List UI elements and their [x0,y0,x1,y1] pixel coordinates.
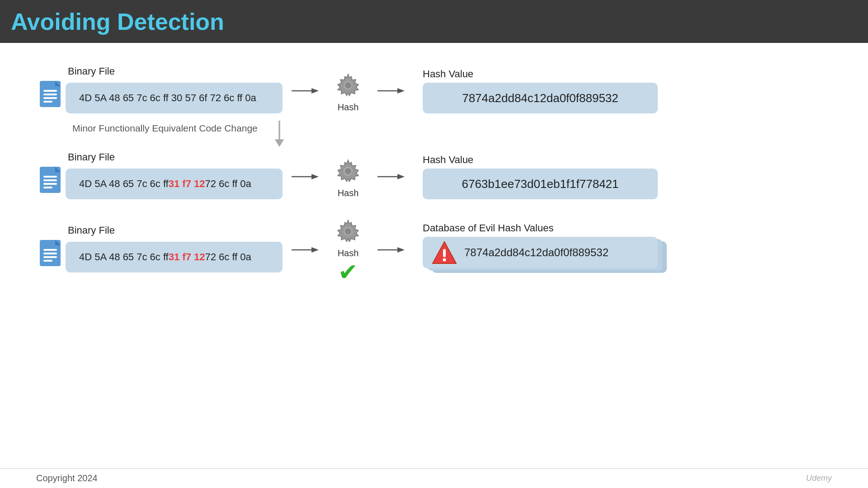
hex-prefix-2: 4D 5A 48 65 7c 6c ff [79,178,169,190]
hash-value-label-1: Hash Value [423,68,473,80]
hash-value-box-1: 7874a2dd84c12da0f0f889532 [423,83,658,113]
hex-prefix-3: 4D 5A 48 65 7c 6c ff [79,251,169,263]
diagram-row-1: Binary File 4D 5A 48 65 7c 6c ff 30 57 6… [36,66,832,116]
transition-section: Minor Functionally Equivalent Code Chang… [72,121,832,148]
svg-point-25 [345,168,351,174]
hex-red-3: 31 f7 12 [169,251,205,263]
svg-marker-27 [397,174,405,179]
hash-group-3: Hash ✔ [332,216,364,284]
file-label-2: Binary File [68,151,115,163]
db-stack: 7874a2dd84c12da0f0f889532 [423,237,667,277]
db-group: Database of Evil Hash Values 7874a2dd84c… [423,222,667,277]
gear-icon-2 [332,155,364,187]
hex-box-2: 4D 5A 48 65 7c 6c ff 31 f7 12 72 6c ff 0… [66,169,283,199]
svg-marker-12 [397,88,405,94]
hex-box-3: 4D 5A 48 65 7c 6c ff 31 f7 12 72 6c ff 0… [66,242,283,272]
transition-label: Minor Functionally Equivalent Code Chang… [72,121,258,134]
file-box-wrap-2: 4D 5A 48 65 7c 6c ff 31 f7 12 72 6c ff 0… [36,166,283,202]
svg-point-10 [345,82,351,89]
file-box-wrap-1: 4D 5A 48 65 7c 6c ff 30 57 6f 72 6c ff 0… [36,80,283,116]
svg-marker-22 [311,174,319,179]
hex-suffix-3: 72 6c ff 0a [205,251,251,263]
brand-logo: Udemy [806,474,832,483]
db-label: Database of Evil Hash Values [423,222,553,234]
svg-marker-35 [311,247,319,253]
svg-marker-7 [311,88,319,94]
svg-rect-3 [43,94,57,95]
svg-rect-31 [43,253,57,254]
file-group-2: Binary File 4D 5A 48 65 7c 6c ff 31 f7 1… [36,151,283,202]
file-label-1: Binary File [68,66,115,77]
page-title: Avoiding Detection [11,8,224,35]
checkmark-icon: ✔ [338,260,358,284]
svg-marker-14 [274,139,284,147]
svg-rect-30 [43,249,57,251]
diagram-row-2: Binary File 4D 5A 48 65 7c 6c ff 31 f7 1… [36,151,832,202]
hash-group-1: Hash [332,70,364,113]
copyright-text: Copyright 2024 [36,473,98,483]
file-group-3: Binary File 4D 5A 48 65 7c 6c ff 31 f7 1… [36,225,283,275]
file-group-1: Binary File 4D 5A 48 65 7c 6c ff 30 57 6… [36,66,283,116]
hash-group-2: Hash [332,155,364,198]
svg-rect-5 [43,101,52,103]
hash-value-group-2: Hash Value 6763b1ee73d01eb1f1f778421 [423,154,658,199]
hash-value-group-1: Hash Value 7874a2dd84c12da0f0f889532 [423,68,658,113]
svg-point-43 [443,258,446,261]
gear-icon-3 [332,216,364,247]
footer: Copyright 2024 Udemy [0,468,868,488]
hash-value-text-2: 6763b1ee73d01eb1f1f778421 [462,177,618,191]
hex-red-2: 31 f7 12 [169,178,205,190]
hash-label-3: Hash [338,248,359,258]
svg-rect-20 [43,187,52,188]
svg-rect-17 [43,176,57,178]
hash-label-1: Hash [338,102,359,113]
arrow-right-3 [292,244,319,255]
main-content: Binary File 4D 5A 48 65 7c 6c ff 30 57 6… [0,43,868,284]
svg-rect-42 [443,249,446,257]
svg-rect-19 [43,183,57,185]
hex-suffix-2: 72 6c ff 0a [205,178,251,190]
header: Avoiding Detection [0,0,868,43]
arrow-right-1 [292,85,319,96]
file-box-wrap-3: 4D 5A 48 65 7c 6c ff 31 f7 12 72 6c ff 0… [36,239,283,275]
hex-box-1: 4D 5A 48 65 7c 6c ff 30 57 6f 72 6c ff 0… [66,83,283,113]
hex-text-1: 4D 5A 48 65 7c 6c ff 30 57 6f 72 6c ff 0… [79,92,256,104]
diagram-row-3: Binary File 4D 5A 48 65 7c 6c ff 31 f7 1… [36,216,832,284]
arrow-right-2b [377,171,405,182]
svg-point-38 [345,228,351,235]
doc-icon-2 [36,166,68,202]
warning-icon [432,240,457,265]
down-arrow-icon [271,121,288,148]
arrow-right-2 [292,171,319,182]
doc-icon-1 [36,80,68,116]
svg-marker-40 [397,247,405,253]
db-card-front: 7874a2dd84c12da0f0f889532 [423,237,658,268]
arrow-right-3b [377,244,405,255]
arrow-right-1b [377,85,405,96]
db-hash-text: 7874a2dd84c12da0f0f889532 [464,246,609,259]
hash-value-box-2: 6763b1ee73d01eb1f1f778421 [423,169,658,199]
doc-icon-3 [36,239,68,275]
svg-rect-2 [43,90,57,92]
svg-rect-18 [43,179,57,181]
hash-label-2: Hash [338,188,359,198]
svg-rect-4 [43,97,57,99]
file-label-3: Binary File [68,225,115,236]
hash-value-label-2: Hash Value [423,154,473,166]
svg-rect-33 [43,260,52,262]
hash-value-text-1: 7874a2dd84c12da0f0f889532 [462,91,618,105]
svg-rect-32 [43,256,57,258]
gear-icon-1 [332,70,364,101]
